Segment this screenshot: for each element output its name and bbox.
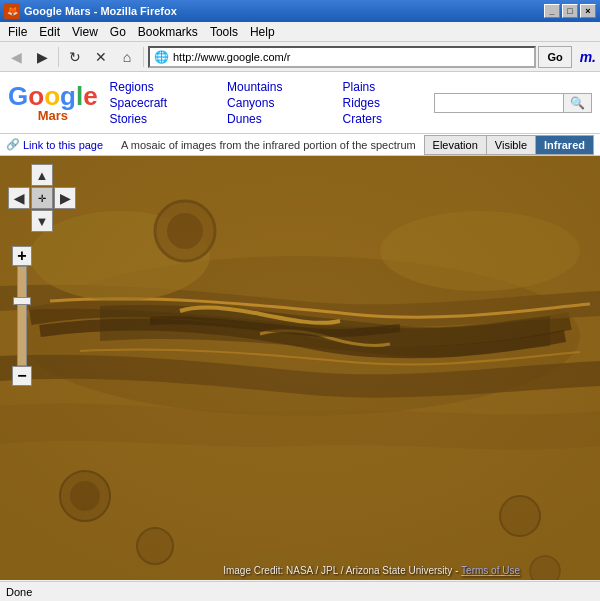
title-bar: 🦊 Google Mars - Mozilla Firefox _ □ × — [0, 0, 600, 22]
url-input[interactable] — [173, 51, 530, 63]
logo-g2: g — [60, 81, 76, 111]
reload-button[interactable]: ↻ — [63, 45, 87, 69]
status-text: Done — [6, 586, 32, 598]
nav-mountains[interactable]: Mountains — [227, 80, 326, 94]
address-bar[interactable]: 🌐 — [148, 46, 536, 68]
zoom-slider: + − — [12, 246, 32, 386]
home-button[interactable]: ⌂ — [115, 45, 139, 69]
menu-bookmarks[interactable]: Bookmarks — [132, 23, 204, 41]
menu-file[interactable]: File — [2, 23, 33, 41]
nav-craters[interactable]: Craters — [343, 112, 426, 126]
link-text: Link to this page — [23, 139, 103, 151]
nav-search: 🔍 — [434, 93, 592, 113]
toolbar-divider2 — [143, 47, 144, 67]
nav-center-button[interactable]: ✛ — [31, 187, 53, 209]
elevation-button[interactable]: Elevation — [424, 135, 486, 155]
menu-help[interactable]: Help — [244, 23, 281, 41]
toolbar-divider — [58, 47, 59, 67]
link-icon: 🔗 — [6, 138, 20, 151]
back-button[interactable]: ◀ — [4, 45, 28, 69]
search-m-icon: m. — [580, 49, 596, 65]
nav-pad: ▲ ◀ ✛ ▶ ▼ — [8, 164, 76, 232]
attribution: Image Credit: NASA / JPL / Arizona State… — [223, 565, 520, 576]
zoom-track[interactable] — [17, 266, 27, 366]
nav-empty-bl — [8, 210, 30, 232]
infrared-button[interactable]: Infrared — [535, 135, 594, 155]
window-controls: _ □ × — [544, 4, 596, 18]
nav-empty-br — [54, 210, 76, 232]
attribution-text: Image Credit: NASA / JPL / Arizona State… — [223, 565, 458, 576]
maximize-button[interactable]: □ — [562, 4, 578, 18]
menu-tools[interactable]: Tools — [204, 23, 244, 41]
menu-bar: File Edit View Go Bookmarks Tools Help — [0, 22, 600, 42]
nav-right-button[interactable]: ▶ — [54, 187, 76, 209]
mars-map[interactable] — [0, 156, 600, 580]
toolbar: ◀ ▶ ↻ ✕ ⌂ 🌐 Go m. — [0, 42, 600, 72]
svg-rect-11 — [0, 156, 600, 580]
window-title: Google Mars - Mozilla Firefox — [24, 5, 544, 17]
map-container[interactable]: ▲ ◀ ✛ ▶ ▼ + − Image Credit: NASA / JPL /… — [0, 156, 600, 580]
nav-spacecraft[interactable]: Spacecraft — [110, 96, 211, 110]
nav-down-button[interactable]: ▼ — [31, 210, 53, 232]
minimize-button[interactable]: _ — [544, 4, 560, 18]
nav-search-button[interactable]: 🔍 — [564, 93, 592, 113]
link-this-page[interactable]: 🔗 Link to this page — [6, 138, 103, 151]
status-bar: Done — [0, 581, 600, 601]
view-description: A mosaic of images from the infrared por… — [113, 139, 423, 151]
nav-left-button[interactable]: ◀ — [8, 187, 30, 209]
stop-button[interactable]: ✕ — [89, 45, 113, 69]
google-logo: Google Mars — [8, 83, 98, 122]
zoom-thumb[interactable] — [13, 297, 31, 305]
logo-g: G — [8, 81, 28, 111]
menu-edit[interactable]: Edit — [33, 23, 66, 41]
nav-stories[interactable]: Stories — [110, 112, 211, 126]
terms-of-use-link[interactable]: Terms of Use — [461, 565, 520, 576]
close-button[interactable]: × — [580, 4, 596, 18]
google-wordmark: Google — [8, 83, 98, 109]
menu-view[interactable]: View — [66, 23, 104, 41]
logo-o2: o — [44, 81, 60, 111]
nav-ridges[interactable]: Ridges — [343, 96, 426, 110]
view-buttons: Elevation Visible Infrared — [424, 135, 594, 155]
nav-dunes[interactable]: Dunes — [227, 112, 326, 126]
logo-e: e — [83, 81, 97, 111]
nav-empty-tr — [54, 164, 76, 186]
nav-plains[interactable]: Plains — [343, 80, 426, 94]
zoom-in-button[interactable]: + — [12, 246, 32, 266]
nav-links: Regions Mountains Plains Spacecraft Cany… — [110, 80, 426, 126]
go-button[interactable]: Go — [538, 46, 571, 68]
map-controls: ▲ ◀ ✛ ▶ ▼ — [8, 164, 76, 232]
google-nav-area: Google Mars Regions Mountains Plains Spa… — [0, 72, 600, 134]
nav-up-button[interactable]: ▲ — [31, 164, 53, 186]
nav-search-input[interactable] — [434, 93, 564, 113]
zoom-out-button[interactable]: − — [12, 366, 32, 386]
menu-go[interactable]: Go — [104, 23, 132, 41]
nav-canyons[interactable]: Canyons — [227, 96, 326, 110]
nav-empty-tl — [8, 164, 30, 186]
nav-regions[interactable]: Regions — [110, 80, 211, 94]
info-bar: 🔗 Link to this page A mosaic of images f… — [0, 134, 600, 156]
logo-o1: o — [28, 81, 44, 111]
forward-button[interactable]: ▶ — [30, 45, 54, 69]
visible-button[interactable]: Visible — [486, 135, 535, 155]
browser-icon: 🦊 — [4, 3, 20, 19]
address-icon: 🌐 — [154, 50, 169, 64]
